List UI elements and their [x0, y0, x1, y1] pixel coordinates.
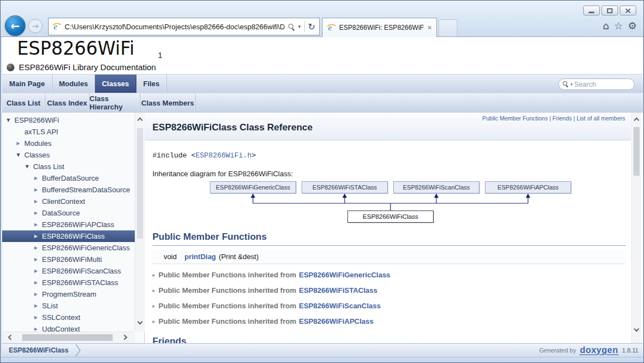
sidebar-item-progmemstream[interactable]: ▶ProgmemStream: [2, 288, 135, 300]
address-search-icon[interactable]: [288, 23, 295, 30]
inherited-class-link[interactable]: ESP8266WiFiSTAClass: [299, 286, 377, 294]
tree-collapsed-icon[interactable]: ▶: [34, 234, 42, 239]
tree-collapsed-icon[interactable]: ▶: [34, 315, 42, 320]
tree-collapsed-icon[interactable]: ▶: [34, 292, 42, 297]
address-bar[interactable]: e C:\Users\Krzysztof\Documents\Projects\…: [48, 18, 320, 35]
minimize-button[interactable]: [583, 6, 600, 15]
include-suffix: >: [251, 151, 256, 160]
diagram-node-esp8266wifiscanclass[interactable]: ESP8266WiFiScanClass: [393, 181, 479, 193]
search-icon[interactable]: [563, 81, 569, 87]
scroll-up-icon[interactable]: [634, 118, 640, 123]
tab-class-members[interactable]: Class Members: [140, 93, 196, 112]
address-dropdown-icon[interactable]: ▾: [298, 24, 301, 29]
sidebar-item-sslcontext[interactable]: ▶SSLContext: [2, 312, 135, 323]
sidebar-horizontal-scrollbar[interactable]: [2, 332, 135, 343]
home-icon[interactable]: ⌂: [603, 20, 609, 31]
sidebar-item-class-list[interactable]: ▼Class List: [2, 161, 135, 172]
include-file-link[interactable]: ESP8266WiFi.h: [196, 151, 251, 160]
doxygen-logo[interactable]: doxygen: [579, 346, 619, 355]
sidebar-item-classes[interactable]: ▼Classes: [2, 149, 135, 161]
sidebar-item-bufferedstreamdatasource[interactable]: ▶BufferedStreamDataSource: [2, 184, 135, 196]
inherited-class-link[interactable]: ESP8266WiFiAPClass: [299, 317, 373, 325]
tab-class-list[interactable]: Class List: [2, 93, 45, 112]
breadcrumb[interactable]: ESP8266WiFiClass: [9, 344, 82, 357]
tree-collapsed-icon[interactable]: ▶: [34, 280, 42, 285]
diagram-node-esp8266wifistaclass[interactable]: ESP8266WiFiSTAClass: [302, 181, 388, 193]
tab-close-icon[interactable]: ×: [427, 25, 432, 30]
scrollbar-thumb[interactable]: [22, 334, 113, 341]
sidebar-vertical-scrollbar[interactable]: [135, 113, 145, 332]
back-button[interactable]: ←: [5, 15, 25, 36]
summary-link-public-member-functions[interactable]: Public Member Functions: [482, 115, 547, 122]
new-tab-button[interactable]: [439, 19, 457, 36]
sidebar-item-bufferdatasource[interactable]: ▶BufferDataSource: [2, 172, 135, 184]
sidebar-item-clientcontext[interactable]: ▶ClientContext: [2, 196, 135, 207]
scroll-up-icon[interactable]: [138, 118, 143, 123]
inherited-section-apclass[interactable]: ▸ Public Member Functions inherited from…: [152, 314, 373, 328]
scrollbar-thumb[interactable]: [634, 127, 640, 176]
diagram-node-esp8266wifiapclass[interactable]: ESP8266WiFiAPClass: [485, 181, 571, 193]
settings-gear-icon[interactable]: ⚙: [628, 20, 637, 31]
tree-expanded-icon[interactable]: ▼: [7, 118, 14, 123]
scroll-right-icon[interactable]: [122, 335, 128, 340]
inherited-class-link[interactable]: ESP8266WiFiScanClass: [299, 302, 381, 310]
tree-collapsed-icon[interactable]: ▶: [34, 211, 42, 215]
inherited-section-staclass[interactable]: ▸ Public Member Functions inherited from…: [152, 283, 377, 297]
search-input[interactable]: [574, 81, 630, 88]
tree-item-label: SList: [42, 302, 58, 310]
search-caret-icon[interactable]: ▾: [571, 82, 573, 87]
scroll-left-icon[interactable]: [8, 335, 14, 340]
scrollbar-thumb[interactable]: [137, 128, 143, 239]
tree-collapsed-icon[interactable]: ▶: [34, 222, 42, 227]
sidebar-item-axtls-api[interactable]: axTLS API: [2, 126, 135, 138]
sidebar-item-esp8266wifiapclass[interactable]: ▶ESP8266WiFiAPClass: [2, 219, 135, 230]
summary-link-friends[interactable]: Friends: [552, 115, 572, 122]
forward-button[interactable]: →: [28, 19, 43, 33]
tree-expanded-icon[interactable]: ▼: [17, 152, 24, 157]
tree-collapsed-icon[interactable]: ▶: [34, 257, 42, 262]
tab-modules[interactable]: Modules: [52, 75, 95, 93]
tab-main-page[interactable]: Main Page: [2, 75, 52, 93]
maximize-button[interactable]: [601, 6, 618, 15]
breadcrumb-chevron-icon: [74, 344, 82, 357]
tree-collapsed-icon[interactable]: ▶: [34, 176, 42, 181]
sidebar-item-esp8266wifimulti[interactable]: ▶ESP8266WiFiMulti: [2, 254, 135, 265]
tree-collapsed-icon[interactable]: ▶: [34, 269, 42, 273]
tab-classes[interactable]: Classes: [95, 75, 136, 93]
diagram-node-esp8266wifigenericclass[interactable]: ESP8266WiFiGenericClass: [210, 181, 296, 193]
sidebar-item-esp8266wifigenericclass[interactable]: ▶ESP8266WiFiGenericClass: [2, 242, 135, 254]
inherited-section-genericclass[interactable]: ▸ Public Member Functions inherited from…: [152, 268, 390, 281]
sidebar-item-esp8266wifi[interactable]: ▼ESP8266WiFi: [2, 114, 135, 126]
member-name-link[interactable]: printDiag: [184, 252, 216, 261]
sidebar-item-slist[interactable]: ▶SList: [2, 300, 135, 312]
refresh-icon[interactable]: ↻: [308, 22, 315, 32]
tab-files[interactable]: Files: [136, 75, 167, 93]
tree-collapsed-icon[interactable]: ▶: [34, 187, 42, 192]
tab-class-hierarchy[interactable]: Class Hierarchy: [89, 93, 140, 112]
tree-collapsed-icon[interactable]: ▶: [34, 245, 42, 250]
summary-link-all-members[interactable]: List of all members: [577, 115, 625, 122]
title-bar[interactable]: ← → e C:\Users\Krzysztof\Documents\Proje…: [1, 1, 643, 37]
tree-collapsed-icon[interactable]: ▶: [34, 199, 42, 204]
inherited-section-scanclass[interactable]: ▸ Public Member Functions inherited from…: [152, 299, 381, 312]
search-box[interactable]: ▾: [558, 78, 635, 90]
tree-collapsed-icon[interactable]: ▶: [34, 303, 42, 308]
browser-tab[interactable]: e ESP8266WiFi: ESP8266WiFi... ×: [322, 18, 437, 37]
tab-class-index[interactable]: Class Index: [45, 93, 89, 112]
scroll-down-icon[interactable]: [138, 319, 143, 325]
inherited-class-link[interactable]: ESP8266WiFiGenericClass: [299, 271, 390, 279]
scroll-down-icon[interactable]: [634, 327, 640, 332]
sidebar-item-datasource[interactable]: ▶DataSource: [2, 207, 135, 219]
sidebar-item-esp8266wifistaclass[interactable]: ▶ESP8266WiFiSTAClass: [2, 277, 135, 288]
close-button[interactable]: [620, 6, 636, 15]
content-vertical-scrollbar[interactable]: [631, 113, 641, 343]
tree-collapsed-icon[interactable]: ▶: [34, 327, 42, 332]
sidebar-item-esp8266wificlass[interactable]: ▶ESP8266WiFiClass: [2, 230, 135, 242]
breadcrumb-item[interactable]: ESP8266WiFiClass: [9, 346, 68, 354]
tree-collapsed-icon[interactable]: ▶: [17, 141, 24, 146]
sidebar-item-esp8266wifiscanclass[interactable]: ▶ESP8266WiFiScanClass: [2, 265, 135, 277]
url-text[interactable]: C:\Users\Krzysztof\Documents\Projects\es…: [65, 23, 284, 31]
favorites-star-icon[interactable]: ☆: [614, 20, 623, 31]
sidebar-item-modules[interactable]: ▶Modules: [2, 138, 135, 149]
tree-expanded-icon[interactable]: ▼: [25, 164, 33, 169]
